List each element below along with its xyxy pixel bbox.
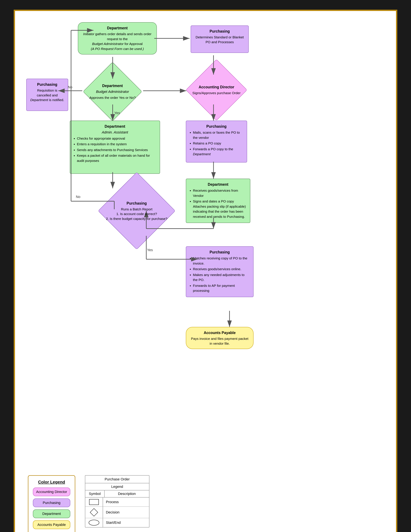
dept-receives-node: Department Receives goods/services from … — [186, 179, 250, 223]
accounts-payable-body: Pays invoice and files payment packet in… — [190, 336, 249, 346]
purchasing-top-title: Purchasing — [195, 29, 245, 34]
dept-start-italic2: Budget Administrator — [92, 42, 123, 46]
po-desc-process: Process — [103, 498, 149, 506]
po-header-symbol: Symbol — [85, 490, 105, 497]
color-legend-acct-director: Accounting Director — [33, 487, 70, 496]
dept-diamond-node: Department Budget Administrator Approves… — [78, 76, 147, 108]
po-symbol-ellipse — [85, 518, 103, 527]
purchasing-po-item: Mails, scans or faxes the PO to the vend… — [193, 130, 243, 140]
po-legend-row-process: Process — [85, 497, 149, 507]
po-legend-row-startend: Start/End — [85, 518, 149, 527]
purchasing-cancelled-title: Purchasing — [30, 82, 64, 87]
dept-admin-list-item: Enters a requisition in the system — [77, 142, 156, 147]
purchasing-cancelled-node: Purchasing Requisition is cancelled and … — [26, 79, 68, 111]
color-legend-purchasing: Purchasing — [33, 498, 70, 507]
color-legend-box: Color Legend Accounting Director Purchas… — [28, 475, 75, 532]
acct-director-body: Signs/Approves purchase Order — [191, 91, 242, 95]
dept-start-node: Department Initiator gathers order detai… — [78, 22, 157, 55]
dept-receives-item: Signs and dates a PO copy Attaches packi… — [193, 199, 246, 219]
dept-admin-subtitle: Admin. Assistant — [74, 130, 156, 135]
purchasing-batch-body: Runs a Batch Report 1. Is account code c… — [104, 207, 169, 221]
po-header-desc: Description — [105, 490, 149, 497]
purchasing-po-node: Purchasing Mails, scans or faxes the PO … — [186, 121, 247, 162]
dept-start-title: Department — [82, 26, 153, 31]
purchasing-top-body: Determines Standard or Blanket PO and Pr… — [195, 35, 245, 44]
purchasing-matches-item: Forwards to AP for payment processing — [193, 283, 250, 293]
dept-admin-list: Checks for appropriate approval Enters a… — [74, 136, 156, 163]
po-legend-row-decision: Decision — [85, 507, 149, 518]
po-legend-header: Symbol Description — [85, 490, 149, 497]
svg-text:Yes: Yes — [147, 248, 153, 252]
purchasing-top-node: Purchasing Determines Standard or Blanke… — [191, 26, 249, 53]
purchasing-po-item: Retains a PO copy — [193, 141, 243, 146]
dept-receives-title: Department — [190, 182, 246, 187]
po-symbol-rect — [85, 497, 103, 506]
dept-start-body: Initiator gathers order details and send… — [82, 32, 153, 51]
dept-start-italic1: Initiator — [83, 32, 94, 36]
purchasing-matches-title: Purchasing — [190, 249, 250, 255]
purchasing-po-title: Purchasing — [190, 124, 243, 129]
dept-diamond-body: Approves the order Yes or No? — [87, 95, 138, 100]
color-legend-accounts-payable: Accounts Payable — [33, 520, 70, 529]
svg-text:No: No — [68, 85, 72, 89]
dept-admin-list-item: Keeps a packet of all order materials on… — [77, 153, 156, 163]
dept-admin-node: Department Admin. Assistant Checks for a… — [70, 121, 160, 174]
po-desc-startend: Start/End — [103, 519, 149, 526]
color-legend-title: Color Legend — [33, 480, 70, 484]
accounts-payable-node: Accounts Payable Pays invoice and files … — [186, 327, 253, 349]
po-legend-title: Purchase Order — [85, 475, 149, 483]
dept-admin-title: Department — [74, 124, 156, 129]
dept-admin-list-item: Sends any attachments to Purchasing Serv… — [77, 147, 156, 152]
purchasing-matches-item: Receives goods/services online. — [193, 266, 250, 272]
purchasing-batch-title: Purchasing — [104, 201, 169, 206]
purchasing-matches-item: Makes any needed adjustments to the PO. — [193, 272, 250, 283]
purchasing-po-list: Mails, scans or faxes the PO to the vend… — [190, 130, 243, 157]
legend-section: Color Legend Accounting Director Purchas… — [21, 475, 390, 532]
dept-receives-item: Receives goods/services from Vendor — [193, 188, 246, 198]
purchasing-batch-node: Purchasing Runs a Batch Report 1. Is acc… — [97, 187, 176, 235]
po-desc-decision: Decision — [103, 509, 149, 516]
dept-diamond-subtitle: Budget Administrator — [87, 89, 138, 94]
accounts-payable-title: Accounts Payable — [190, 330, 249, 335]
dept-admin-list-item: Checks for appropriate approval — [77, 136, 156, 141]
purchasing-matches-node: Purchasing Matches receiving copy of PO … — [186, 246, 253, 297]
purchasing-matches-list: Matches receiving copy of PO to the invo… — [190, 256, 250, 293]
purchasing-matches-item: Matches receiving copy of PO to the invo… — [193, 256, 250, 266]
dept-diamond-title: Department — [87, 83, 138, 88]
po-legend-subtitle: Legend — [85, 483, 149, 490]
purchasing-cancelled-body: Requisition is cancelled and Department … — [30, 88, 64, 102]
svg-text:No: No — [76, 195, 80, 199]
dept-receives-list: Receives goods/services from Vendor Sign… — [190, 188, 246, 219]
po-legend-box: Purchase Order Legend Symbol Description… — [85, 475, 149, 527]
acct-director-title: Accounting Director — [191, 85, 242, 90]
color-legend-department: Department — [33, 509, 70, 518]
acct-director-diamond-node: Accounting Director Signs/Approves purch… — [183, 72, 250, 108]
po-symbol-diamond — [85, 507, 103, 518]
dept-start-italic3: (A PO Request Form can be used.) — [91, 47, 144, 51]
purchasing-po-item: Forwards a PO copy to the Department — [193, 147, 243, 157]
